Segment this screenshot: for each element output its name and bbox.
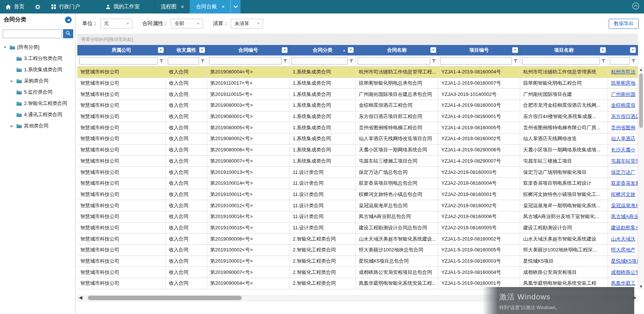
column-filter-input[interactable] [79, 57, 158, 64]
tree-item[interactable]: 5.监控类合同 [3, 87, 75, 98]
table-row[interactable]: 智慧城市科技公司收入合同第2019080001<号>1.系统集成类合同东方假日酒… [77, 111, 638, 123]
funnel-icon[interactable] [432, 59, 436, 63]
expand-icon[interactable]: ▶ [10, 79, 14, 83]
column-filter-icon[interactable]: ▼ [512, 47, 518, 53]
column-filter-icon[interactable]: ▼ [430, 47, 436, 53]
tree-item[interactable]: 1.系统集成类合同 [3, 64, 75, 75]
table-row[interactable]: 智慧城市科技公司收入合同第2019100015<号>11.设计类合同建设工程勘测… [77, 223, 638, 234]
sidebar-collapse-button[interactable]: ◀ [65, 16, 72, 23]
group-by-dropzone[interactable]: 将要分组的列[拖动至此处] [77, 34, 638, 45]
column-filter-input[interactable] [522, 57, 600, 64]
customer-link[interactable]: 金棕榈度假 [611, 102, 635, 109]
table-row[interactable]: 智慧城市科技公司收入合同第2019110017<号>1.系统集成类合同琼翠阁智能… [77, 78, 638, 89]
column-filter-icon[interactable]: ▼ [199, 47, 205, 53]
funnel-icon[interactable] [159, 59, 164, 63]
customer-link[interactable]: 皇冠温泉海岸 [611, 202, 638, 209]
funnel-icon[interactable] [200, 59, 205, 63]
customer-link[interactable]: 保定万达广 [611, 169, 635, 176]
category-search-input[interactable] [3, 30, 62, 38]
customer-link[interactable]: 山水天域沃 [611, 236, 635, 242]
table-row[interactable]: 智慧城市科技公司收入合同第2019080006<号>1.系统集成类合同天麓小区项… [77, 145, 638, 156]
table-row[interactable]: 智慧城市科技公司收入合同第2019080002<号>1.系统集成类合同仙人掌酒店… [77, 133, 638, 145]
tab-contract-ledger[interactable]: 合同台账 × [190, 0, 230, 13]
column-filter-input[interactable] [610, 57, 630, 64]
customer-link[interactable]: 东方假日酒店 [611, 113, 638, 120]
table-row[interactable]: 智慧城市科技公司收入合同第2019100013<号>11.设计类合同保定万达广场… [77, 167, 638, 178]
customer-link[interactable]: 贵州省图例 [611, 124, 635, 131]
customer-link[interactable]: 凤凰华庭工 [611, 280, 635, 287]
tab-flowchart[interactable]: 流程图 × [155, 0, 190, 13]
customer-link[interactable]: 星悦城K5项目 [611, 258, 638, 265]
table-row[interactable]: 智慧城市科技公司收入合同第2019080005<号>1.系统集成类合同贵州省图例… [77, 122, 638, 133]
table-row[interactable]: 智慧城市科技公司收入合同第2019080003<号>1.系统集成类合同金棕榈度假… [77, 100, 638, 111]
column-header-6[interactable]: 项目名称▼ [520, 45, 608, 55]
nav-workspace[interactable]: 我的工作室 [100, 0, 145, 13]
customer-link[interactable]: 长沙天麓小 [611, 147, 635, 153]
funnel-icon[interactable] [283, 59, 287, 63]
column-filter-icon[interactable]: ▼ [282, 47, 287, 53]
nav-settings[interactable] [30, 0, 46, 13]
close-icon[interactable]: × [221, 4, 224, 10]
vertical-scrollbar-thumb[interactable] [639, 73, 643, 128]
collapse-topbar-button[interactable] [632, 2, 644, 11]
customer-link[interactable]: 成都铁路公安 [611, 269, 638, 276]
tree-item[interactable]: 3.工程分包类合同 [3, 53, 75, 64]
tree-item[interactable]: 2.智能化工程类合同 [3, 98, 75, 109]
table-row[interactable]: 智慧城市科技公司收入合同第2019100002<号>2.智能化工程类合同恒大美丽… [77, 245, 638, 256]
table-row[interactable]: 智慧城市科技公司收入合同第2019100011<号>11.设计类合同槟榔河文旅特… [77, 189, 638, 200]
tree-root-all-categories[interactable]: ▼ [所有分类] [3, 42, 75, 53]
search-button[interactable] [63, 29, 73, 38]
column-header-4[interactable]: 合同名称▼ [356, 45, 438, 55]
funnel-icon[interactable] [513, 59, 518, 63]
column-header-3[interactable]: 合同分类▲▼ [290, 45, 356, 55]
customer-link[interactable]: 广州南街国 [611, 91, 635, 98]
column-header-7[interactable]: ▼ [608, 45, 638, 55]
customer-link[interactable]: 恒大房地产 [611, 247, 635, 253]
customer-link[interactable]: 双棠香居发展 [611, 180, 638, 187]
customer-link[interactable]: 建设勘察客户 [611, 224, 638, 231]
tree-item[interactable]: ▶采购类合同 [3, 75, 75, 87]
customer-link[interactable]: 琼翠阁房地 [611, 80, 635, 87]
column-header-5[interactable]: 项目编号▼ [438, 45, 520, 55]
column-filter-input[interactable] [440, 57, 512, 64]
scroll-left-icon[interactable]: ◀ [79, 295, 82, 300]
customer-link[interactable]: 杭州市司法 [611, 69, 635, 75]
nav-home[interactable]: 首页 [0, 0, 30, 13]
column-filter-icon[interactable]: ▼ [600, 47, 606, 53]
funnel-icon[interactable] [349, 59, 354, 63]
column-filter-icon[interactable]: ▼ [158, 47, 164, 53]
tree-item[interactable]: 4.通讯工程类合同 [3, 109, 75, 120]
column-header-2[interactable]: 合同编号▼ [207, 45, 290, 55]
scroll-down-icon[interactable]: ▼ [638, 284, 644, 289]
horizontal-scrollbar-thumb[interactable] [88, 296, 242, 300]
nav-portal[interactable]: 行政门户 [46, 0, 85, 13]
table-row[interactable]: 智慧城市科技公司收入合同第2019100014<号>11.设计类合同双棠香居项目… [77, 178, 638, 189]
scroll-up-icon[interactable]: ▲ [638, 67, 644, 72]
table-row[interactable]: 智慧城市科技公司收入合同第2019110015<号>1.系统集成类合同广州南街国… [77, 89, 638, 100]
table-row[interactable]: 智慧城市科技公司收入合同第2019090006<号>2.智能化工程类合同山水天域… [77, 233, 638, 245]
table-row[interactable]: 智慧城市科技公司收入合同第2019100012<号>11.设计类合同皇冠温泉海岸… [77, 200, 638, 211]
column-header-1[interactable]: 收支属性▼ [166, 45, 207, 55]
customer-link[interactable]: 仙人掌酒店 [611, 135, 635, 142]
table-row[interactable]: 智慧城市科技公司收入合同第2019100016<号>11.设计类合同凤古城A商业… [77, 211, 638, 223]
column-filter-icon[interactable]: ▼ [630, 47, 636, 53]
contract-attr-select[interactable]: 全部 ▼ [171, 19, 203, 28]
expand-icon[interactable]: ▼ [3, 46, 7, 49]
table-row[interactable]: 智慧城市科技公司收入合同第2019090007<号>2.智能化工程类合同成都铁路… [77, 267, 638, 278]
column-filter-input[interactable] [168, 57, 199, 64]
vertical-scrollbar[interactable]: ▲ ▼ [638, 67, 644, 289]
unit-select[interactable]: 元 ▼ [100, 19, 132, 28]
expand-icon[interactable]: ▶ [10, 124, 14, 128]
close-icon[interactable]: × [181, 4, 184, 10]
column-filter-icon[interactable]: ▼ [348, 47, 354, 53]
customer-link[interactable]: 屯昌车站管理 [611, 158, 638, 164]
customer-link[interactable]: 凤古城A商业 [611, 213, 638, 220]
table-row[interactable]: 智慧城市科技公司收入合同第2019100001<号>2.智能化工程类合同星悦城K… [77, 256, 638, 267]
table-row[interactable]: 智慧城市科技公司收入合同第2019080004<号>1.系统集成类合同杭州市司法… [77, 67, 638, 78]
customer-link[interactable]: 槟榔河文旅 [611, 191, 635, 198]
funnel-icon[interactable] [601, 59, 606, 63]
tab-list-dropdown[interactable] [230, 0, 241, 13]
column-header-0[interactable]: 所属公司▼ [77, 45, 166, 55]
table-row[interactable]: 智慧城市科技公司收入合同第2019080007<号>1.系统集成类合同屯昌车站三… [77, 156, 638, 167]
tree-item[interactable]: ▶其他类合同 [3, 120, 75, 132]
